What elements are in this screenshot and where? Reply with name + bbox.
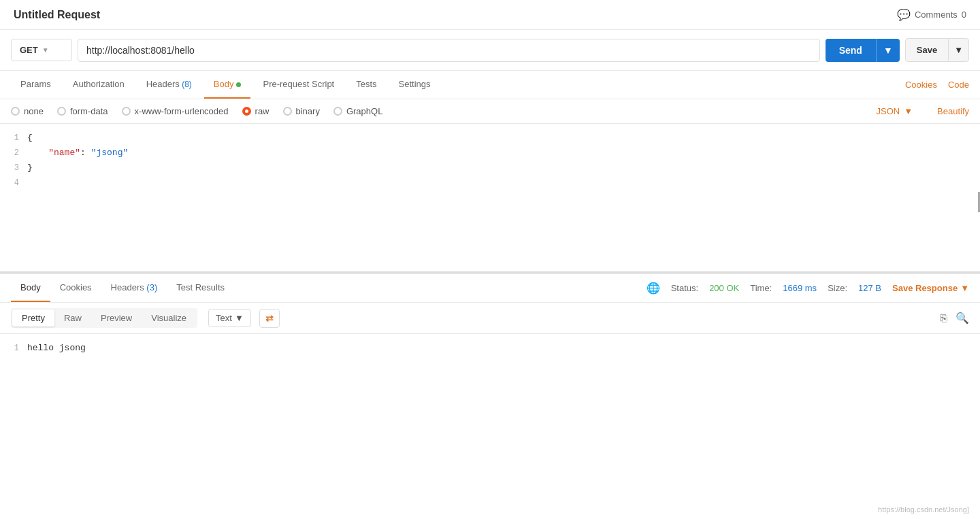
option-graphql[interactable]: GraphQL <box>333 106 382 116</box>
send-label: Send <box>826 39 876 62</box>
save-arrow-icon[interactable]: ▼ <box>948 39 968 61</box>
option-urlencoded[interactable]: x-www-form-urlencoded <box>122 106 229 116</box>
save-label: Save <box>906 39 948 61</box>
tab-body[interactable]: Body <box>204 71 251 99</box>
time-label: Time: <box>750 283 772 293</box>
res-line-1: 1 hello jsong <box>0 341 980 356</box>
radio-none <box>11 107 20 116</box>
tab-tests[interactable]: Tests <box>346 71 386 99</box>
app-title: Untitled Request <box>14 9 100 21</box>
response-actions: ⎘ 🔍 <box>941 312 969 324</box>
option-binary[interactable]: binary <box>283 106 320 116</box>
cookies-link[interactable]: Cookies <box>905 80 937 90</box>
globe-icon: 🌐 <box>647 282 660 295</box>
tab-prerequest[interactable]: Pre-request Script <box>253 71 344 99</box>
tab-settings[interactable]: Settings <box>389 71 440 99</box>
status-label: Status: <box>671 283 698 293</box>
res-tab-cookies[interactable]: Cookies <box>50 274 101 302</box>
format-tabs: Pretty Raw Preview Visualize <box>11 308 197 328</box>
url-input[interactable] <box>78 39 820 62</box>
status-value: 200 OK <box>709 283 739 293</box>
tab-headers[interactable]: Headers (8) <box>137 71 201 99</box>
comment-icon: 💬 <box>897 8 911 21</box>
code-line-3: 3 } <box>0 161 980 175</box>
code-editor[interactable]: 1 { 2 "name": "jsong" 3 } 4 <box>0 124 980 273</box>
format-tab-preview[interactable]: Preview <box>91 309 142 327</box>
request-tabs: Params Authorization Headers (8) Body Pr… <box>0 71 980 99</box>
save-response-button[interactable]: Save Response ▼ <box>892 283 969 293</box>
app-header: Untitled Request 💬 Comments 0 <box>0 0 980 30</box>
text-type-dropdown[interactable]: Text ▼ <box>208 309 251 327</box>
size-value: 127 B <box>858 283 881 293</box>
text-chevron-icon: ▼ <box>235 313 244 323</box>
method-value: GET <box>20 45 38 55</box>
response-format-bar: Pretty Raw Preview Visualize Text ▼ ⇄ ⎘ … <box>0 303 980 334</box>
comments-label: Comments <box>915 10 958 20</box>
option-raw[interactable]: raw <box>242 106 270 116</box>
format-tab-raw[interactable]: Raw <box>54 309 91 327</box>
res-tab-body[interactable]: Body <box>11 274 50 302</box>
radio-urlencoded <box>122 107 131 116</box>
radio-raw <box>242 107 251 116</box>
search-icon[interactable]: 🔍 <box>956 312 969 324</box>
code-link[interactable]: Code <box>948 80 969 90</box>
json-type-dropdown[interactable]: JSON ▼ <box>876 106 913 116</box>
format-tab-pretty[interactable]: Pretty <box>12 309 54 327</box>
wrap-button[interactable]: ⇄ <box>259 309 280 328</box>
send-arrow-icon[interactable]: ▼ <box>876 39 900 62</box>
format-tab-visualize[interactable]: Visualize <box>142 309 196 327</box>
radio-binary <box>283 107 292 116</box>
option-form-data[interactable]: form-data <box>57 106 108 116</box>
res-tab-headers[interactable]: Headers (3) <box>101 274 167 302</box>
response-meta: 🌐 Status: 200 OK Time: 1669 ms Size: 127… <box>647 282 969 295</box>
json-chevron-icon: ▼ <box>904 106 913 116</box>
body-dot <box>236 82 241 87</box>
comments-count: 0 <box>962 10 966 20</box>
response-tabs-row: Body Cookies Headers (3) Test Results 🌐 … <box>0 274 980 303</box>
code-line-2: 2 "name": "jsong" <box>0 146 980 161</box>
send-button[interactable]: Send ▼ <box>826 39 900 62</box>
method-select[interactable]: GET ▼ <box>11 39 72 61</box>
comments-button[interactable]: 💬 Comments 0 <box>897 8 966 21</box>
copy-icon[interactable]: ⎘ <box>941 312 947 324</box>
radio-form-data <box>57 107 66 116</box>
body-options: none form-data x-www-form-urlencoded raw… <box>0 99 980 124</box>
beautify-button[interactable]: Beautify <box>937 106 969 116</box>
tabs-right: Cookies Code <box>905 80 969 90</box>
code-line-1: 1 { <box>0 131 980 146</box>
time-value: 1669 ms <box>783 283 817 293</box>
code-line-4: 4 <box>0 175 980 190</box>
save-response-arrow-icon: ▼ <box>960 283 969 293</box>
save-button[interactable]: Save ▼ <box>905 38 969 62</box>
tab-authorization[interactable]: Authorization <box>63 71 134 99</box>
option-none[interactable]: none <box>11 106 44 116</box>
response-section: Body Cookies Headers (3) Test Results 🌐 … <box>0 273 980 402</box>
res-tab-test-results[interactable]: Test Results <box>167 274 234 302</box>
url-bar: GET ▼ Send ▼ Save ▼ <box>0 30 980 71</box>
radio-graphql <box>333 107 342 116</box>
response-body: 1 hello jsong <box>0 334 980 402</box>
method-chevron-icon: ▼ <box>42 46 49 54</box>
tab-params[interactable]: Params <box>11 71 61 99</box>
size-label: Size: <box>828 283 847 293</box>
